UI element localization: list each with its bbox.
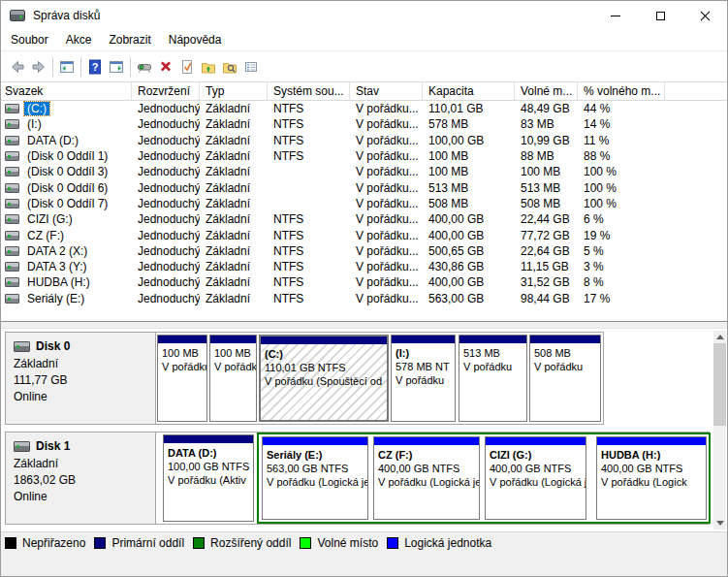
table-row[interactable]: DATA 3 (Y:)JednoduchýZákladníNTFSV pořád…: [1, 259, 727, 274]
menu-item-zobrazit[interactable]: Zobrazit: [100, 30, 159, 50]
disk1-info-panel[interactable]: Disk 1 Základní 1863,02 GB Online: [6, 433, 156, 524]
close-button[interactable]: [682, 1, 727, 30]
column-header[interactable]: % volného m...: [578, 82, 665, 100]
table-row[interactable]: DATA 2 (X:)JednoduchýZákladníNTFSV pořád…: [1, 243, 727, 259]
scroll-down-button[interactable]: [713, 517, 726, 529]
explore-folder-icon[interactable]: [219, 56, 240, 78]
partition-size: 508 MB: [534, 346, 596, 360]
pane-splitter[interactable]: [1, 322, 727, 329]
volume-list-header: SvazekRozvrženíTypSystém sou...StavKapac…: [1, 82, 727, 101]
cell-status: V pořádku...: [350, 101, 423, 116]
properties-icon[interactable]: [240, 56, 262, 78]
partition-100mb-b[interactable]: 100 MB V pořádku: [209, 335, 257, 422]
partition-c[interactable]: (C:) 110,01 GB NTFS V pořádku (Spouštěcí…: [259, 335, 389, 422]
cell-type: Základní: [200, 133, 268, 148]
volume-cell: (Disk 0 Oddíl 7): [1, 196, 132, 211]
toolbar-separator: [52, 57, 53, 77]
cell-type: Základní: [200, 116, 268, 132]
column-header[interactable]: Svazek: [1, 82, 132, 100]
partition-serialy-e[interactable]: Seriály (E:) 563,00 GB NTFS V pořádku (L…: [262, 436, 368, 520]
toolbar: ?: [1, 51, 727, 82]
partition-508mb[interactable]: 508 MB V pořádku: [529, 335, 601, 422]
open-folder-icon[interactable]: [198, 56, 219, 78]
table-row[interactable]: (Disk 0 Oddíl 6)JednoduchýZákladníV pořá…: [1, 179, 727, 195]
partition-status: V pořádku: [463, 360, 522, 373]
column-header[interactable]: Typ: [200, 82, 268, 100]
column-header[interactable]: Volné m...: [515, 82, 578, 100]
logical-drive-bar: [486, 437, 586, 445]
menu-item-akce[interactable]: Akce: [57, 30, 101, 50]
cell-type: Základní: [200, 211, 268, 227]
table-row[interactable]: (Disk 0 Oddíl 7)JednoduchýZákladníV pořá…: [1, 196, 727, 211]
column-header[interactable]: Systém sou...: [268, 82, 350, 100]
cell-type: Základní: [200, 291, 268, 306]
toolbar-separator: [80, 57, 81, 77]
cell-status: V pořádku...: [350, 196, 423, 211]
maximize-icon: [656, 12, 665, 20]
column-header[interactable]: Stav: [350, 82, 423, 100]
disk-status: Online: [14, 389, 147, 405]
disk-size: 111,77 GB: [14, 372, 147, 389]
partition-cz-f[interactable]: CZ (F:) 400,00 GB NTFS V pořádku (Logick…: [373, 436, 480, 520]
cell-free: 77,72 GB: [515, 227, 578, 242]
partition-name: (I:): [396, 346, 451, 360]
table-row[interactable]: DATA (D:)JednoduchýZákladníNTFSV pořádku…: [1, 133, 727, 148]
legend-label: Volné místo: [317, 536, 378, 550]
table-row[interactable]: CIZI (G:)JednoduchýZákladníNTFSV pořádku…: [1, 211, 727, 227]
table-row[interactable]: HUDBA (H:)JednoduchýZákladníNTFSV pořádk…: [1, 274, 727, 290]
volume-icon: [5, 104, 19, 113]
maximize-button[interactable]: [638, 1, 682, 30]
volume-cell: DATA (D:): [1, 133, 132, 148]
cell-free_pct: 100 %: [578, 164, 665, 179]
cell-status: V pořádku...: [350, 227, 423, 242]
partition-i[interactable]: (I:) 578 MB NT V pořádku: [391, 335, 456, 422]
cell-capacity: 400,00 GB: [423, 211, 515, 227]
table-row[interactable]: (Disk 0 Oddíl 3)JednoduchýZákladníV pořá…: [1, 164, 727, 179]
vertical-scrollbar[interactable]: [713, 331, 726, 529]
table-row[interactable]: (I:)JednoduchýZákladníNTFSV pořádku...57…: [1, 116, 727, 132]
help-icon[interactable]: ?: [84, 56, 106, 78]
menu-item-napoveda[interactable]: Nápověda: [160, 30, 231, 50]
volume-icon: [5, 277, 19, 287]
primary-partition-bar: [261, 337, 387, 344]
cell-type: Základní: [200, 179, 268, 195]
table-row[interactable]: (C:)JednoduchýZákladníNTFSV pořádku...11…: [1, 101, 727, 116]
cell-capacity: 578 MB: [423, 116, 515, 132]
legend-label: Rozšířený oddíl: [210, 536, 291, 550]
scroll-up-button[interactable]: [713, 331, 726, 343]
back-arrow-icon[interactable]: [7, 56, 28, 78]
partition-data-d[interactable]: DATA (D:) 100,00 GB NTFS V pořádku (Akti…: [163, 434, 254, 522]
disk1-row: Disk 1 Základní 1863,02 GB Online DATA (…: [5, 432, 710, 525]
cell-status: V pořádku...: [350, 179, 423, 195]
show-console-tree-icon[interactable]: [56, 56, 78, 78]
legend-item: Primární oddíl: [94, 536, 184, 550]
drive-view-icon[interactable]: [134, 56, 155, 78]
table-row[interactable]: (Disk 0 Oddíl 1)JednoduchýZákladníNTFSV …: [1, 148, 727, 164]
table-row[interactable]: CZ (F:)JednoduchýZákladníNTFSV pořádku..…: [1, 227, 727, 242]
logical-drive-bar: [263, 437, 367, 445]
forward-arrow-icon[interactable]: [28, 56, 49, 78]
cell-free: 22,44 GB: [515, 211, 578, 227]
cell-fs: NTFS: [268, 211, 350, 227]
partition-hudba-h[interactable]: HUDBA (H:) 400,00 GB NTFS V pořádku (Log…: [596, 436, 707, 520]
column-header-filler: [665, 82, 727, 100]
partition-size: 400,00 GB NTFS: [490, 462, 582, 475]
partition-100mb-a[interactable]: 100 MB V pořádku: [157, 335, 207, 422]
volume-icon: [5, 199, 19, 208]
column-header[interactable]: Kapacita: [423, 82, 515, 100]
show-action-pane-icon[interactable]: [106, 56, 127, 78]
disk0-info-panel[interactable]: Disk 0 Základní 111,77 GB Online: [6, 333, 156, 424]
legend-item: Volné místo: [300, 536, 378, 550]
disk-size: 1863,02 GB: [14, 472, 147, 489]
delete-volume-icon[interactable]: [155, 56, 176, 78]
menu-item-soubor[interactable]: Soubor: [2, 30, 57, 50]
cell-status: V pořádku...: [350, 133, 423, 148]
table-row[interactable]: Seriály (E:)JednoduchýZákladníNTFSV pořá…: [1, 291, 727, 306]
partition-size: 400,00 GB NTFS: [601, 462, 702, 475]
partition-cizi-g[interactable]: CIZI (G:) 400,00 GB NTFS V pořádku (Logi…: [485, 436, 586, 520]
check-disk-icon[interactable]: [176, 56, 198, 78]
partition-513mb[interactable]: 513 MB V pořádku: [459, 335, 527, 422]
minimize-button[interactable]: [593, 1, 638, 30]
column-header[interactable]: Rozvržení: [132, 82, 200, 100]
scrollbar-thumb[interactable]: [713, 343, 726, 426]
